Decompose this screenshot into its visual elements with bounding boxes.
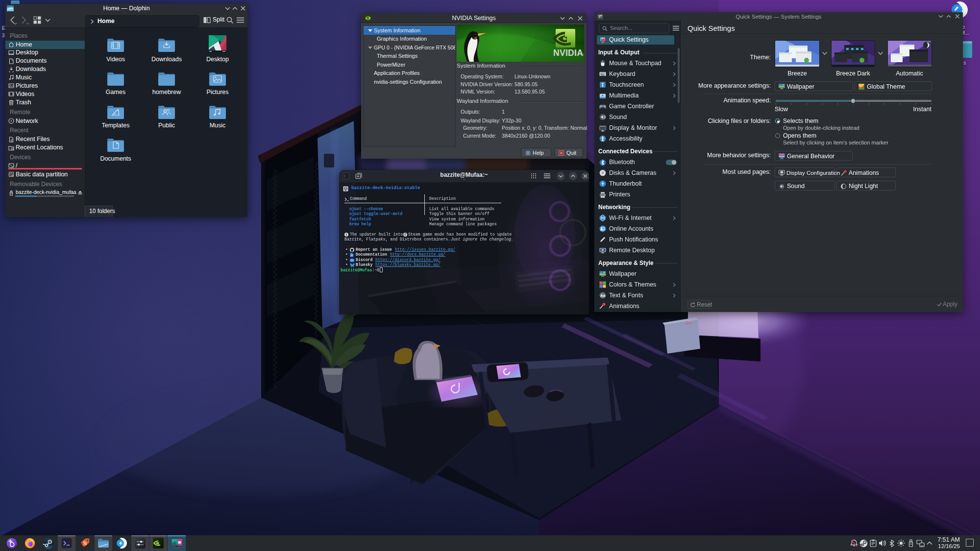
svg-text:Aa: Aa xyxy=(600,293,606,298)
svg-text:NVIDIA: NVIDIA xyxy=(553,48,583,58)
